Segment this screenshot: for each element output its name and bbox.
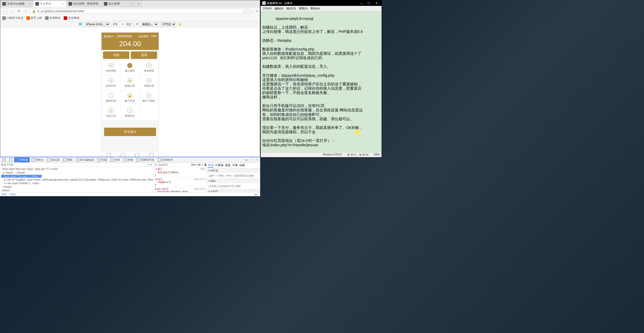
css-rule[interactable]: foot.css:12body {margin: ▸ 0;} bbox=[153, 177, 207, 187]
rotate-icon[interactable]: 🌐 bbox=[79, 22, 82, 26]
tab-close-icon[interactable]: × bbox=[30, 2, 31, 5]
responsive-toggle-icon[interactable] bbox=[8, 158, 14, 162]
menu-help[interactable]: 帮助(H) bbox=[309, 6, 321, 11]
reload-button[interactable]: ↻ bbox=[16, 8, 22, 14]
add-rule-icon[interactable]: + bbox=[202, 163, 203, 166]
feature-cell[interactable]: ✓每日签到 bbox=[121, 60, 140, 75]
flexbox-section-header[interactable]: ▾ 弹性盒 bbox=[207, 168, 260, 173]
feature-cell[interactable]: ◷投资记录 bbox=[102, 75, 121, 90]
browser-tab[interactable]: 后台管理 - 系统管理× bbox=[66, 0, 102, 7]
notepad-text-area[interactable]: Apache+php5.6+mysql 创建站点，上传源码，解压 上传比较慢，我… bbox=[261, 11, 382, 152]
notepad-titlebar[interactable]: 搭建教程.txt - 记事本 — ☐ ✕ bbox=[261, 0, 382, 6]
devtools-tab-memory[interactable]: 内存 bbox=[109, 157, 121, 162]
throttle-select[interactable]: 不节流 bbox=[160, 22, 176, 26]
bookmark-star-icon[interactable]: ☆ bbox=[256, 9, 258, 13]
inspect-picker-icon[interactable] bbox=[1, 158, 7, 162]
breadcrumb[interactable]: html › body ▬ bbox=[0, 192, 260, 196]
viewport-width-input[interactable] bbox=[112, 22, 120, 26]
browser-tab[interactable]: 后台管理× bbox=[102, 0, 135, 7]
close-button[interactable]: ✕ bbox=[373, 1, 380, 5]
dom-tree-line[interactable]: ▸ <div class="mobile">…</div> bbox=[2, 182, 152, 185]
layout-tab[interactable]: 字体 bbox=[232, 163, 238, 168]
css-rule[interactable]: base.css:3body, html {font-family: Helve… bbox=[153, 187, 207, 192]
menu-file[interactable]: 文件(F) bbox=[262, 6, 273, 11]
minimize-button[interactable]: — bbox=[358, 1, 365, 5]
devtools-tab-console[interactable]: 控制台 bbox=[30, 157, 45, 162]
viewport-height-input[interactable] bbox=[126, 22, 134, 26]
touch-icon[interactable]: 👆 bbox=[178, 22, 181, 26]
browser-tab[interactable]: 宝塔Linux面板× bbox=[0, 0, 33, 7]
grid-section-header[interactable]: ▾ 网格 bbox=[207, 179, 260, 183]
devtools-tab-debugger[interactable]: 调试器 bbox=[46, 157, 61, 162]
qr-icon[interactable] bbox=[245, 9, 249, 13]
device-select[interactable]: iPhone X/XS... bbox=[84, 22, 110, 26]
bookmark-item[interactable]: 京东商城 bbox=[64, 16, 79, 20]
devtools-tab-network[interactable]: 网络 bbox=[62, 157, 74, 162]
layout-tab[interactable]: 更改 bbox=[225, 163, 231, 168]
feature-cell[interactable]: 🔒账户安全 bbox=[121, 90, 140, 105]
html-search-input[interactable] bbox=[1, 163, 147, 166]
css-rule[interactable]: 内联元素 {font-size: 0.18rem;} bbox=[153, 167, 207, 177]
logout-button[interactable]: 安全退出 bbox=[104, 128, 156, 136]
layout-tab[interactable]: 布局 bbox=[208, 163, 214, 168]
feature-cell[interactable]: ☺邀请好友 bbox=[121, 105, 140, 121]
url-input[interactable]: 🔒 ① ys.jahbs1.com/user/person.html bbox=[30, 9, 244, 14]
devtools-tab-styleeditor[interactable]: 样式编辑器 bbox=[75, 157, 95, 162]
scrollbar-icon[interactable]: ▬ bbox=[255, 193, 257, 196]
devtools-close-icon[interactable]: × bbox=[256, 158, 259, 162]
feature-cell[interactable]: ¥充值记录 bbox=[139, 75, 159, 90]
menu-format[interactable]: 格式(O) bbox=[285, 6, 297, 11]
devtools-tab-performance[interactable]: 性能 bbox=[96, 157, 108, 162]
bookmark-item[interactable]: 新手上路 bbox=[26, 16, 42, 20]
browser-tab[interactable]: 个人中心× bbox=[33, 0, 66, 7]
forward-button[interactable]: → bbox=[9, 8, 15, 14]
maximize-button[interactable]: ☐ bbox=[365, 1, 372, 5]
bookmark-item[interactable]: 火狐官方站点 bbox=[2, 16, 23, 20]
devtools-menu-icon[interactable]: ⋯ bbox=[250, 158, 255, 162]
hov-toggle[interactable]: :hov bbox=[191, 163, 196, 166]
devtools-tab-a11y[interactable]: 无障碍环境 bbox=[135, 157, 156, 162]
dom-tree-line[interactable]: ▸ <div id="msgBox" style="width: 100%;ba… bbox=[2, 178, 152, 182]
home-button[interactable]: ⌂ bbox=[23, 8, 29, 14]
tab-close-icon[interactable]: × bbox=[63, 2, 64, 5]
layout-tab[interactable]: 计算值 bbox=[215, 163, 223, 168]
eyedropper-icon[interactable]: ✎ bbox=[150, 163, 152, 166]
feature-cell[interactable]: ✉站内消息 bbox=[102, 60, 121, 75]
devtools-dock-icon[interactable]: ▭ bbox=[244, 158, 249, 162]
tab-close-icon[interactable]: × bbox=[131, 2, 133, 5]
feature-cell[interactable]: ☰实名认证 bbox=[102, 105, 121, 121]
menu-view[interactable]: 查看(V) bbox=[298, 6, 309, 11]
feature-cell[interactable]: ↓提现记录 bbox=[102, 90, 121, 105]
feature-cell[interactable]: ￥资金明细 bbox=[139, 60, 159, 75]
layout-tab[interactable]: 动画 bbox=[239, 163, 245, 168]
style-filter-input[interactable] bbox=[158, 163, 190, 166]
menu-icon[interactable]: … bbox=[251, 9, 254, 13]
html-tree-panel[interactable]: + ✎ <html style="font-size: 50px;" data-… bbox=[0, 163, 153, 192]
dom-tree-line[interactable]: </html> bbox=[2, 189, 152, 192]
new-tab-button[interactable]: + bbox=[135, 0, 142, 7]
boxmodel-section-header[interactable]: ▾ 盒模型 bbox=[207, 189, 260, 192]
dom-tree-line[interactable]: </body> bbox=[2, 185, 152, 189]
feature-cell[interactable]: ▤收益记录 bbox=[121, 75, 140, 90]
devtools-tab-storage[interactable]: 存储 bbox=[122, 157, 134, 162]
cls-toggle[interactable]: .cls bbox=[197, 163, 201, 166]
back-button[interactable]: ← bbox=[2, 8, 7, 14]
styles-panel[interactable]: ▽ :hov .cls + 🖶 内联元素 {font-size: 0.18rem… bbox=[153, 163, 207, 192]
print-sim-icon[interactable]: 🖶 bbox=[204, 163, 207, 166]
menu-edit[interactable]: 编辑(E) bbox=[273, 6, 285, 11]
devtools-tab-inspector[interactable]: 查看器 bbox=[14, 157, 30, 162]
dom-tree-line[interactable]: <html style="font-size: 50px;" data-dpr=… bbox=[2, 167, 152, 171]
dom-tree-line[interactable]: ▸ <head>…</head> bbox=[2, 171, 152, 175]
add-node-icon[interactable]: + bbox=[148, 163, 149, 166]
layout-panel[interactable]: 布局 计算值 更改 字体 动画 ▾ 弹性盒选择一个弹性（Flex）容器或项目以继… bbox=[207, 163, 260, 192]
funnel-icon[interactable]: ▽ bbox=[155, 163, 157, 166]
withdraw-button[interactable]: 提现 bbox=[131, 51, 157, 59]
tab-close-icon[interactable]: × bbox=[98, 2, 100, 5]
rotate-device-icon[interactable]: ⟲ bbox=[136, 22, 138, 26]
bookmark-item[interactable]: 常用网址 bbox=[45, 16, 61, 20]
feature-cell[interactable]: ▭银行卡绑定 bbox=[139, 90, 159, 105]
dpr-select[interactable]: 像素比... bbox=[140, 22, 158, 26]
devtools-tab-app[interactable]: 应用程序 bbox=[156, 157, 174, 162]
recharge-button[interactable]: 充值 bbox=[103, 51, 129, 59]
dom-tree-line[interactable]: <body style="font-size: 0.18rem;"> bbox=[2, 175, 152, 178]
